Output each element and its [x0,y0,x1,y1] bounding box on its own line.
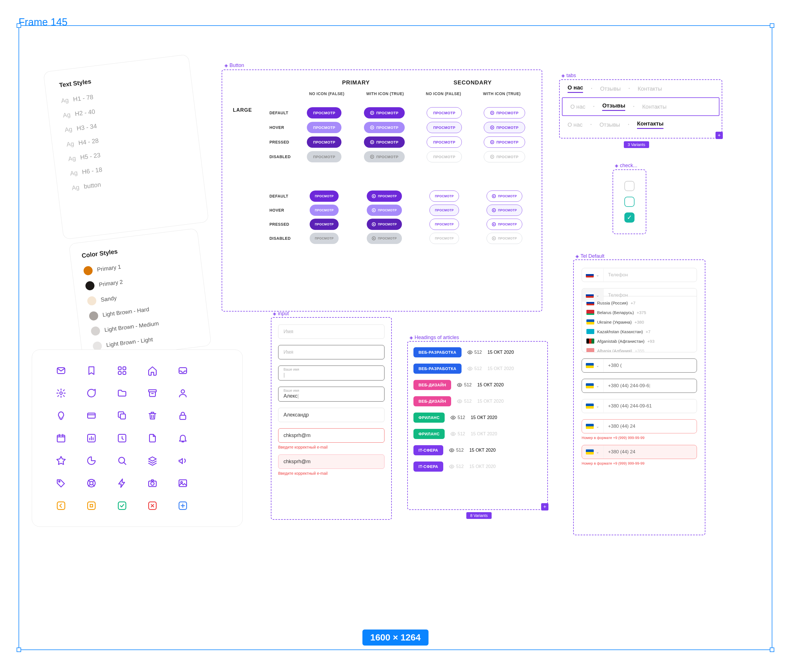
bell-icon[interactable] [177,432,188,444]
heading-row[interactable]: ВЕБ-ДИЗАЙН51215 ОКТ 2020 [414,396,542,406]
secondary-button-sm[interactable]: ПРОСМОТР [430,190,459,202]
input-component-label[interactable]: input [273,311,289,317]
chevron-down-icon[interactable]: ⌄ [596,404,599,408]
tel-component-label[interactable]: Tel Default [575,253,604,259]
secondary-button[interactable]: ПРОСМОТР [427,107,462,118]
heading-row[interactable]: ВЕБ-ДИЗАЙН51215 ОКТ 2020 [414,380,542,390]
secondary-button-hover[interactable]: ПРОСМОТР [427,122,462,133]
bulb-icon[interactable] [56,410,67,421]
chart-icon[interactable] [86,432,97,444]
tel-input-open[interactable]: ⌄Телефон [582,288,697,302]
chevron-down-icon[interactable]: ⌄ [596,450,599,454]
tel-input-typing[interactable]: ⌄+380 (44) 244-09-6| [582,379,697,393]
country-option[interactable]: Ukraine (Украина)+380 [582,317,697,327]
chat-icon[interactable] [86,387,97,399]
primary-button-pressed[interactable]: ПРОСМОТР [307,136,342,148]
add-variant-button[interactable]: + [541,503,548,510]
primary-icon-button-sm[interactable]: ПРОСМОТР [367,190,402,202]
tel-input-default[interactable]: ⌄Телефон [582,268,697,282]
input-component-frame[interactable]: Имя Имя Ваше имя| Ваше имяАлекс| Алексан… [271,317,392,520]
tabs-variant-1[interactable]: О нас•Отзывы•Контакты [560,80,722,98]
pie-icon[interactable] [86,455,97,466]
country-option[interactable]: Albania (Албания)+355 [582,346,697,352]
tabs-component-label[interactable]: tabs [561,73,576,78]
selection-handle-br[interactable] [770,648,774,652]
tel-component-frame[interactable]: ⌄Телефон ⌄Телефон Russia (Россия)+7 Bela… [573,259,705,535]
chevron-down-icon[interactable]: ⌄ [596,273,599,277]
tel-input-full[interactable]: ⌄+380 (44) 244-09-61 [582,399,697,413]
headings-component-label[interactable]: Headings of articles [409,334,459,341]
input-typed[interactable]: Ваше имяАлекс| [278,387,385,402]
tag-icon[interactable] [56,478,67,489]
add-variant-button[interactable]: + [715,132,723,139]
primary-button-sm-hover[interactable]: ПРОСМОТР [310,205,339,216]
mail-icon[interactable] [56,365,67,376]
primary-icon-button-pressed[interactable]: ПРОСМОТР [364,136,405,148]
camera-icon[interactable] [147,478,158,489]
user-icon[interactable] [177,387,188,399]
copy-icon[interactable] [117,410,128,421]
card-icon[interactable] [86,410,97,421]
tabs-component-frame[interactable]: О нас•Отзывы•Контакты О нас•Отзывы•Конта… [559,79,722,138]
icons-card[interactable] [32,349,243,527]
secondary-button-sm-pressed[interactable]: ПРОСМОТР [430,219,459,230]
lock-icon[interactable] [177,410,188,421]
heading-row[interactable]: ФРИЛАНС51215 ОКТ 2020 [414,413,542,423]
inbox-icon[interactable] [177,365,188,376]
chevron-down-icon[interactable]: ⌄ [596,363,599,368]
primary-button-hover[interactable]: ПРОСМОТР [307,122,342,133]
secondary-icon-button-hover[interactable]: ПРОСМОТР [484,122,525,133]
text-styles-card[interactable]: Text Styles AgH1 - 78 AgH2 - 40 AgH3 - 3… [43,54,209,240]
check-box-icon[interactable] [117,500,128,511]
file-icon[interactable] [147,432,158,444]
selection-handle-tl[interactable] [17,23,21,28]
tabs-variant-3[interactable]: О нас•Отзывы•Контакты [560,116,722,133]
primary-icon-button-sm-hover[interactable]: ПРОСМОТР [367,205,402,216]
tel-input-error[interactable]: ⌄+380 (44) 24 [582,419,697,434]
checkbox-component-label[interactable]: check... [615,163,637,168]
archive-icon[interactable] [147,387,158,399]
selection-handle-bl[interactable] [17,648,21,652]
country-option[interactable]: Afganistab (Афганистан)+93 [582,336,697,346]
tabs-variant-2[interactable]: О нас•Отзывы•Контакты [562,98,719,116]
flash-icon[interactable] [117,478,128,489]
heading-row[interactable]: ВЕБ-РАЗРАБОТКА51215 ОКТ 2020 [414,363,542,374]
input-filled[interactable]: Александр [278,408,385,422]
home-icon[interactable] [147,365,158,376]
bookmark-icon[interactable] [86,365,97,376]
heading-row[interactable]: IT-СФЕРА51215 ОКТ 2020 [414,445,542,455]
selection-handle-tr[interactable] [770,23,774,28]
headings-component-frame[interactable]: ВЕБ-РАЗРАБОТКА51215 ОКТ 2020 ВЕБ-РАЗРАБО… [407,341,548,510]
star-icon[interactable] [56,455,67,466]
stop-icon[interactable] [86,500,97,511]
country-option[interactable]: Kazakhstan (Казахстан)+7 [582,327,697,336]
primary-button[interactable]: ПРОСМОТР [307,107,342,118]
input-focused-typing[interactable]: Ваше имя| [278,366,385,381]
heading-row[interactable]: IT-СФЕРА51215 ОКТ 2020 [414,461,542,472]
calendar-icon[interactable] [56,432,67,444]
megaphone-icon[interactable] [177,455,188,466]
search-icon[interactable] [117,455,128,466]
secondary-button-pressed[interactable]: ПРОСМОТР [427,136,462,148]
checkbox-hover[interactable] [624,197,634,207]
checkbox-component-frame[interactable]: ✓ [613,170,646,234]
heading-row[interactable]: ФРИЛАНС51215 ОКТ 2020 [414,429,542,439]
button-component-label[interactable]: Button [224,62,244,69]
secondary-icon-button-sm-pressed[interactable]: ПРОСМОТР [487,219,522,230]
country-option[interactable]: Belarus (Беларусь)+375 [582,307,697,317]
chevron-down-icon[interactable]: ⌄ [596,384,599,388]
chevron-down-icon[interactable]: ⌄ [596,293,599,298]
secondary-button-sm-hover[interactable]: ПРОСМОТР [430,205,459,216]
layers-icon[interactable] [147,455,158,466]
grid-icon[interactable] [117,365,128,376]
secondary-icon-button[interactable]: ПРОСМОТР [484,107,525,118]
primary-button-sm[interactable]: ПРОСМОТР [310,190,339,202]
design-canvas[interactable]: Text Styles AgH1 - 78 AgH2 - 40 AgH3 - 3… [19,25,772,650]
settings-icon[interactable] [56,387,67,399]
clock-icon[interactable] [117,432,128,444]
chevron-box-icon[interactable] [56,500,67,511]
checkbox-checked[interactable]: ✓ [624,213,634,222]
country-dropdown[interactable]: Russia (Россия)+7 Belarus (Беларусь)+375… [582,296,697,352]
secondary-icon-button-pressed[interactable]: ПРОСМОТР [484,136,525,148]
primary-icon-button-sm-pressed[interactable]: ПРОСМОТР [367,219,402,230]
